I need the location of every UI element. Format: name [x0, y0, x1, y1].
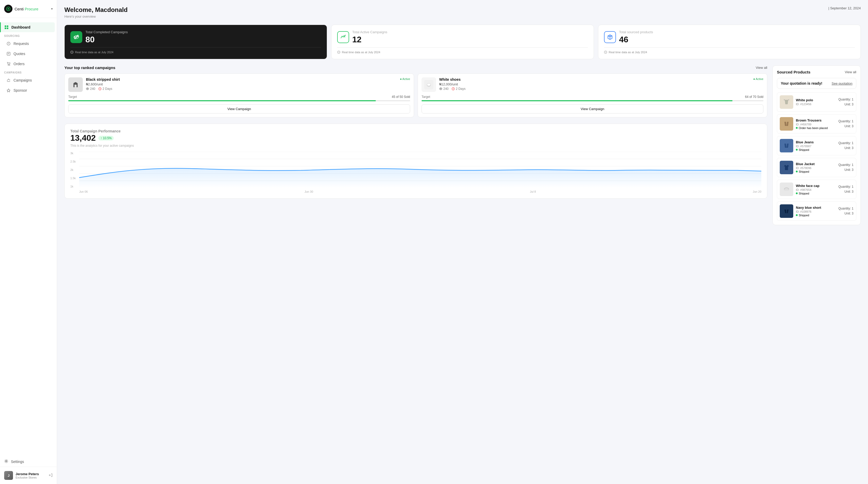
chart-y-labels: 3k 2.5k 2k 1.5k 1k [70, 152, 78, 188]
product-id-6: ID: #108976 [796, 210, 836, 213]
requests-icon [6, 41, 11, 46]
stat-label-sourced: Total sourced products 46 [619, 30, 653, 44]
view-campaign-btn-1[interactable]: View Campaign [68, 104, 410, 114]
svg-point-22 [427, 83, 431, 86]
view-campaign-btn-2[interactable]: View Campaign [422, 104, 764, 114]
svg-rect-32 [782, 141, 791, 150]
sourcing-section-label: SOURCING [0, 32, 57, 38]
campaign-info-2: White shoes ● Active ₦12,000/unit 240 [439, 78, 764, 92]
sidebar: Centi Procure ▾ Dashboard SOURCING [0, 0, 57, 484]
app-name: Centi Procure [14, 7, 38, 11]
product-status-5: Shipped [796, 192, 836, 195]
campaigns-view-all[interactable]: View all [755, 66, 767, 69]
perf-title: Total Campaign Performance [70, 129, 761, 133]
sidebar-item-dashboard[interactable]: Dashboard [0, 22, 55, 32]
user-role: Exclusive Stores [16, 476, 46, 479]
logout-icon[interactable] [49, 473, 53, 478]
product-thumb-2 [780, 117, 793, 131]
product-name-3: Blue Jeans [796, 140, 836, 144]
perf-value-row: 13,402 ↑ 10.5% [70, 133, 761, 143]
product-details-2: Brown Trousers ID: #456789 Order has bee… [796, 118, 836, 129]
svg-point-18 [87, 89, 88, 89]
campaign-meta-1: 240 2 Days [86, 87, 410, 91]
svg-rect-17 [74, 85, 76, 87]
progress-bar-2 [422, 100, 764, 101]
campaigns-section-label: CAMPAIGNS [0, 69, 57, 75]
product-status-6: Shipped [796, 214, 836, 217]
campaign-price-2: ₦12,000/unit [439, 82, 764, 86]
chart-area: 3k 2.5k 2k 1.5k 1k [70, 152, 761, 193]
svg-point-9 [9, 65, 10, 65]
campaigns-icon [6, 78, 11, 83]
stats-row: Total Completed Campaigns 80 Real time d… [64, 25, 861, 59]
product-status-4: Shipped [796, 170, 836, 173]
sold-2: 64 of 70 Sold [745, 95, 764, 99]
views-2: 240 [439, 87, 448, 91]
status-dot-2 [796, 127, 798, 129]
campaign-price-1: ₦2,600/unit [86, 82, 410, 86]
status-dot-4 [796, 171, 798, 173]
sidebar-item-sponsor[interactable]: Sponsor [2, 85, 55, 95]
svg-marker-10 [7, 89, 10, 92]
gear-icon [4, 459, 8, 464]
sidebar-item-requests[interactable]: Requests [2, 39, 55, 49]
progress-fill-1 [68, 100, 376, 101]
sidebar-item-quotes[interactable]: Quotes [2, 49, 55, 59]
product-thumb-5 [780, 183, 793, 196]
svg-point-1 [7, 8, 9, 9]
user-name: Jerome Peters [16, 472, 46, 476]
active-badge-1: ● Active [400, 78, 410, 81]
product-name-1: White polo [796, 98, 836, 102]
product-thumb-6 [780, 204, 793, 218]
views-1: 240 [86, 87, 95, 91]
stat-card-sourced: Total sourced products 46 Real time data… [598, 25, 861, 59]
logo-area[interactable]: Centi Procure ▾ [0, 0, 57, 18]
product-details-5: White face cap ID: #987654 Shipped [796, 184, 836, 195]
settings-label: Settings [11, 460, 24, 464]
sourced-header: Sourced Products View all [777, 70, 856, 74]
sidebar-item-orders[interactable]: Orders [2, 59, 55, 69]
product-list: White polo ID: #123456 Quantity: 1 Unit:… [777, 92, 856, 221]
sidebar-item-label: Sponsor [13, 88, 27, 92]
user-info: Jerome Peters Exclusive Stores [16, 472, 46, 479]
sidebar-item-label: Requests [13, 41, 29, 46]
product-qty-3: Quantity: 1 Unit: 3 [838, 141, 854, 151]
time-1: 2 Days [98, 87, 112, 91]
stat-label-active: Total Active Campaigns 12 [352, 30, 387, 44]
campaigns-grid: Black stripped shirt ● Active ₦2,600/uni… [64, 73, 767, 117]
quotation-title: Your quotation is ready! [781, 81, 822, 85]
product-details-6: Navy blue short ID: #108976 Shipped [796, 206, 836, 217]
svg-rect-5 [7, 28, 8, 29]
svg-point-23 [440, 89, 441, 89]
product-details-1: White polo ID: #123456 [796, 98, 836, 106]
product-thumb-1 [780, 95, 793, 109]
sidebar-item-settings[interactable]: Settings [0, 456, 57, 466]
campaign-info-1: Black stripped shirt ● Active ₦2,600/uni… [86, 78, 410, 92]
sidebar-item-label: Orders [13, 62, 25, 66]
stat-footer-completed: Real time data as at July 2024 [70, 51, 321, 54]
active-badge-2: ● Active [753, 78, 764, 81]
see-quotation-link[interactable]: See quotation [832, 82, 852, 85]
product-qty-2: Quantity: 1 Unit: 3 [838, 119, 854, 129]
sidebar-item-campaigns[interactable]: Campaigns [2, 75, 55, 85]
campaign-card-2: White shoes ● Active ₦12,000/unit 240 [417, 73, 767, 117]
active-icon-wrap [337, 31, 349, 43]
product-id-5: ID: #987654 [796, 188, 836, 191]
avatar: J [4, 471, 13, 480]
sourced-view-all[interactable]: View all [845, 70, 856, 74]
product-qty-1: Quantity: 1 Unit: 3 [838, 97, 854, 107]
stat-label-completed: Total Completed Campaigns 80 [85, 30, 128, 44]
product-name-6: Navy blue short [796, 206, 836, 210]
campaign-meta-2: 240 2 Days [439, 87, 764, 91]
product-status-3: Shipped [796, 148, 836, 151]
status-dot-5 [796, 192, 798, 194]
right-column: Sourced Products View all Your quotation… [773, 65, 861, 225]
svg-rect-2 [5, 25, 6, 27]
product-item-5: White face cap ID: #987654 Shipped Quant… [777, 180, 856, 199]
chart-svg [79, 152, 761, 188]
product-name-4: Blue Jacket [796, 162, 836, 166]
svg-rect-35 [784, 189, 789, 190]
quotes-icon [6, 52, 11, 56]
stat-footer-sourced: Real time data as at July 2024 [604, 51, 855, 54]
content-grid: Your top ranked campaigns View all [64, 65, 861, 225]
